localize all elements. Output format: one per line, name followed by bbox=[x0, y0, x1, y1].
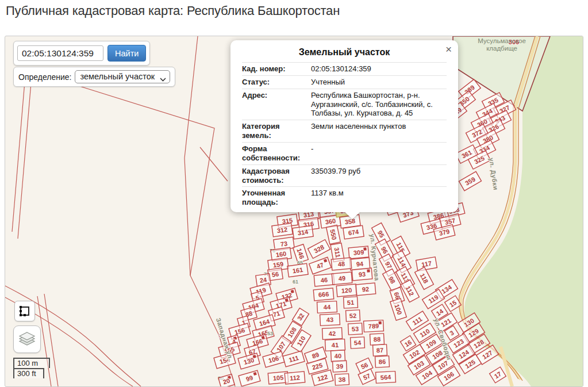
measure-icon bbox=[19, 305, 30, 317]
scale-meters: 100 m bbox=[13, 358, 50, 368]
boundary-line bbox=[26, 70, 235, 386]
parcel-93[interactable]: 93 bbox=[352, 268, 372, 281]
svg-text:41: 41 bbox=[332, 342, 339, 349]
parcel-48[interactable]: 48 bbox=[331, 258, 352, 270]
parcel-550[interactable]: 550 bbox=[326, 225, 341, 244]
parcel-44[interactable]: 44 bbox=[317, 301, 337, 313]
chevron-down-icon bbox=[160, 74, 166, 83]
definition-label: Определение: bbox=[18, 72, 71, 82]
parcel-47[interactable]: 47 bbox=[309, 257, 331, 274]
parcel-564[interactable]: 564 bbox=[376, 371, 396, 384]
svg-text:789: 789 bbox=[368, 323, 379, 330]
parcel-39[interactable]: 39 bbox=[333, 361, 347, 372]
parcel-111[interactable]: 111 bbox=[283, 351, 305, 367]
parcel-359[interactable]: 359 bbox=[459, 171, 482, 190]
svg-text:46: 46 bbox=[320, 276, 328, 283]
svg-text:88: 88 bbox=[374, 336, 381, 343]
boundary-line bbox=[185, 36, 198, 275]
parcel-40[interactable]: 40 bbox=[331, 350, 345, 362]
parcel-314[interactable]: 314 bbox=[293, 225, 313, 239]
popup-row-label: Уточненная площадь: bbox=[242, 189, 311, 207]
svg-text:93: 93 bbox=[358, 270, 366, 278]
parcel-674[interactable]: 674 bbox=[343, 225, 364, 239]
popup-row: Кад. номер:02:05:130124:359 bbox=[242, 62, 447, 75]
parcel-117[interactable]: 117 bbox=[416, 257, 437, 271]
svg-text:48: 48 bbox=[337, 260, 345, 267]
definition-select[interactable]: земельный участок bbox=[75, 70, 170, 83]
parcel-42[interactable]: 42 bbox=[322, 328, 343, 340]
parcel-popup: × Земельный участок Кад. номер:02:05:130… bbox=[230, 40, 458, 212]
svg-text:564: 564 bbox=[381, 373, 392, 381]
parcel-309[interactable]: 309 bbox=[348, 246, 369, 259]
svg-text:159: 159 bbox=[272, 260, 284, 269]
layers-icon bbox=[18, 332, 36, 347]
parcel-61[interactable]: 61 bbox=[293, 279, 298, 285]
popup-title: Земельный участок bbox=[242, 47, 447, 58]
svg-text:112: 112 bbox=[290, 374, 301, 382]
parcel-52[interactable]: 52 bbox=[346, 310, 360, 321]
parcel-86[interactable]: 86 bbox=[375, 356, 390, 367]
parcel-112[interactable]: 112 bbox=[285, 371, 305, 384]
parcel-54[interactable]: 54 bbox=[351, 337, 365, 348]
measure-button[interactable] bbox=[14, 301, 35, 321]
parcel-130[interactable]: 130 bbox=[238, 353, 260, 369]
parcel-789[interactable]: 789 bbox=[364, 320, 384, 332]
parcel-100[interactable]: 100 bbox=[390, 298, 407, 320]
parcel-53[interactable]: 53 bbox=[267, 331, 273, 336]
svg-text:666: 666 bbox=[318, 290, 329, 298]
parcel-161[interactable]: 161 bbox=[287, 263, 308, 277]
search-panel: Найти bbox=[13, 41, 150, 66]
parcel-106[interactable]: 106 bbox=[263, 351, 285, 367]
parcel-120[interactable]: 120 bbox=[336, 284, 357, 297]
svg-text:86: 86 bbox=[379, 358, 386, 366]
scale-feet: 300 ft bbox=[13, 368, 44, 378]
popup-row-value: 1137 кв.м bbox=[311, 189, 447, 207]
parcel-328[interactable]: 328 bbox=[308, 240, 330, 259]
parcel-53[interactable]: 53 bbox=[348, 323, 363, 335]
parcel-43[interactable]: 43 bbox=[320, 314, 340, 326]
parcel-312[interactable]: 312 bbox=[272, 223, 293, 237]
boundary-line bbox=[18, 70, 32, 239]
parcel-17[interactable]: 17 bbox=[490, 367, 506, 383]
parcel-51[interactable]: 51 bbox=[344, 297, 358, 308]
layers-button[interactable] bbox=[13, 325, 41, 353]
svg-text:87: 87 bbox=[376, 347, 384, 354]
popup-row: Уточненная площадь:1137 кв.м bbox=[242, 186, 447, 209]
close-icon[interactable]: × bbox=[445, 44, 452, 55]
svg-text:53: 53 bbox=[267, 331, 273, 336]
svg-text:92: 92 bbox=[362, 285, 369, 293]
street-label: ул. Дубки bbox=[488, 158, 499, 191]
parcel-88[interactable]: 88 bbox=[370, 334, 385, 345]
svg-text:40: 40 bbox=[335, 352, 342, 360]
svg-text:39: 39 bbox=[336, 363, 344, 370]
search-input[interactable] bbox=[17, 45, 103, 61]
popup-row-value: Республика Башкортостан, р-н. Аургазинск… bbox=[311, 91, 447, 118]
parcel-99[interactable]: 99 bbox=[239, 370, 260, 386]
parcel-41[interactable]: 41 bbox=[325, 339, 345, 351]
svg-text:120: 120 bbox=[341, 286, 352, 294]
popup-rows: Кад. номер:02:05:130124:359Статус:Учтенн… bbox=[242, 62, 447, 209]
parcel-666[interactable]: 666 bbox=[313, 288, 334, 301]
scale-control: 100 m 300 ft bbox=[13, 358, 50, 378]
map-canvas[interactable]: 3153133163123143573603593586745507376160… bbox=[5, 36, 583, 387]
parcel-118[interactable]: 118 bbox=[415, 267, 434, 290]
svg-text:312: 312 bbox=[276, 226, 288, 234]
parcel-92[interactable]: 92 bbox=[355, 283, 376, 296]
svg-text:105: 105 bbox=[272, 374, 283, 382]
parcel-87[interactable]: 87 bbox=[373, 344, 387, 356]
svg-text:61: 61 bbox=[293, 279, 298, 285]
svg-text:52: 52 bbox=[349, 312, 357, 320]
svg-text:309: 309 bbox=[353, 248, 364, 256]
boundary-line bbox=[12, 68, 26, 232]
parcel-38[interactable]: 38 bbox=[335, 374, 349, 385]
boundary-line bbox=[200, 147, 228, 181]
popup-row: Форма собственности:- bbox=[242, 142, 447, 164]
parcel-49[interactable]: 49 bbox=[332, 272, 352, 285]
definition-panel: Определение: земельный участок bbox=[13, 67, 175, 87]
popup-row-label: Адрес: bbox=[242, 91, 311, 118]
svg-text:360: 360 bbox=[325, 217, 336, 225]
popup-row: Категория земель:Земли населенных пункто… bbox=[242, 120, 447, 142]
parcel-46[interactable]: 46 bbox=[314, 274, 335, 286]
search-button[interactable]: Найти bbox=[107, 45, 146, 62]
svg-text:161: 161 bbox=[292, 266, 303, 274]
